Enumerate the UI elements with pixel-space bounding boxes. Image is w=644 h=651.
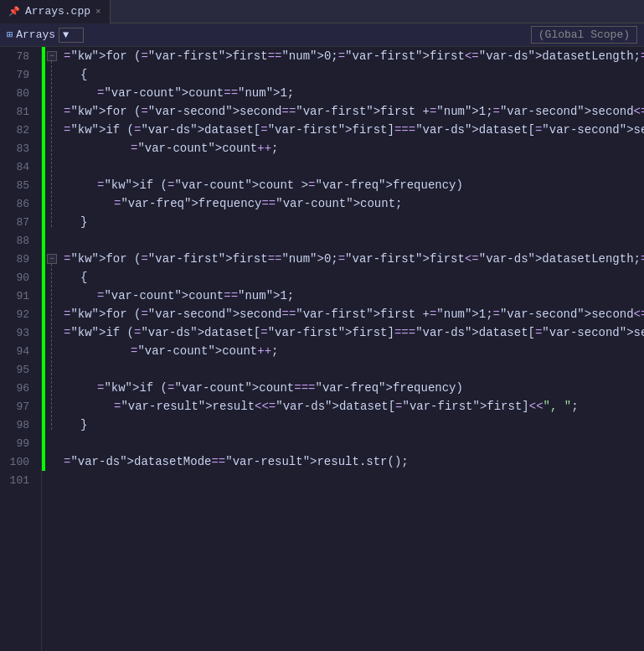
arrays-label: Arrays bbox=[16, 28, 55, 41]
collapse-button[interactable]: − bbox=[47, 51, 57, 61]
code-line: ="var-count">count = ="num">1; bbox=[64, 287, 644, 305]
code-line bbox=[64, 434, 644, 452]
scope-label: (Global Scope) bbox=[531, 26, 637, 44]
toolbar: ⊞ Arrays ▼ (Global Scope) bbox=[0, 23, 644, 47]
line-number: 84 bbox=[0, 158, 34, 176]
line-number: 83 bbox=[0, 139, 34, 158]
line-number: 95 bbox=[0, 360, 34, 379]
line-number: 79 bbox=[0, 65, 34, 84]
line-number: 90 bbox=[0, 268, 34, 287]
code-line: ="kw">if (="var-count">count == ="var-fr… bbox=[64, 379, 644, 397]
code-line: ="kw">for (="var-first">first = ="num">0… bbox=[64, 47, 644, 65]
code-line: ="var-count">count++; bbox=[64, 139, 644, 158]
line-number: 92 bbox=[0, 305, 34, 323]
tab-close-button[interactable]: × bbox=[95, 7, 101, 17]
code-line: } bbox=[64, 416, 644, 434]
line-number: 89 bbox=[0, 250, 34, 268]
line-number: 101 bbox=[0, 471, 34, 489]
tab-filename: Arrays.cpp bbox=[25, 5, 90, 18]
code-line: ="var-freq">frequency = ="var-count">cou… bbox=[64, 194, 644, 213]
collapse-dashed-line bbox=[51, 264, 52, 430]
line-number: 91 bbox=[0, 287, 34, 305]
code-line: ="var-ds">datasetMode = ="var-result">re… bbox=[64, 452, 644, 471]
line-number: 93 bbox=[0, 323, 34, 342]
line-number: 97 bbox=[0, 397, 34, 416]
code-line: ="kw">if (="var-ds">dataset[="var-first"… bbox=[64, 323, 644, 342]
code-area[interactable]: ="kw">for (="var-first">first = ="num">0… bbox=[60, 47, 644, 651]
code-line bbox=[64, 471, 644, 489]
code-line: { bbox=[64, 268, 644, 287]
collapse-bar: −− bbox=[45, 47, 60, 489]
code-container: 7879808182838485868788899091929394959697… bbox=[0, 47, 644, 651]
code-line: ="var-count">count++; bbox=[64, 342, 644, 360]
line-number: 86 bbox=[0, 194, 34, 213]
code-line bbox=[64, 231, 644, 250]
collapse-button[interactable]: − bbox=[47, 254, 57, 264]
code-line: ="var-result">result << ="var-ds">datase… bbox=[64, 397, 644, 416]
code-line: { bbox=[64, 65, 644, 84]
title-bar: 📌 Arrays.cpp × bbox=[0, 0, 644, 23]
file-tab[interactable]: 📌 Arrays.cpp × bbox=[0, 0, 111, 23]
line-number: 82 bbox=[0, 121, 34, 139]
line-number: 96 bbox=[0, 379, 34, 397]
code-line: ="kw">for (="var-second">second = ="var-… bbox=[64, 102, 644, 121]
line-number: 81 bbox=[0, 102, 34, 121]
line-numbers: 7879808182838485868788899091929394959697… bbox=[0, 47, 42, 651]
collapse-dashed-line bbox=[51, 61, 52, 227]
toolbar-left: ⊞ Arrays ▼ bbox=[7, 28, 528, 43]
line-number: 78 bbox=[0, 47, 34, 65]
code-line: ="kw">for (="var-second">second = ="var-… bbox=[64, 305, 644, 323]
line-number: 80 bbox=[0, 84, 34, 102]
line-number: 99 bbox=[0, 434, 34, 452]
scope-dropdown-arrow[interactable]: ▼ bbox=[59, 28, 84, 43]
code-line: ="var-count">count = ="num">1; bbox=[64, 84, 644, 102]
code-line: ="kw">if (="var-count">count > ="var-fre… bbox=[64, 176, 644, 194]
line-number: 94 bbox=[0, 342, 34, 360]
line-number: 88 bbox=[0, 231, 34, 250]
arrays-icon: ⊞ bbox=[7, 28, 13, 41]
line-number: 87 bbox=[0, 213, 34, 231]
code-line: ="kw">if (="var-ds">dataset[="var-first"… bbox=[64, 121, 644, 139]
line-number: 98 bbox=[0, 416, 34, 434]
code-line: } bbox=[64, 213, 644, 231]
line-number: 100 bbox=[0, 452, 34, 471]
code-line: ="kw">for (="var-first">first = ="num">0… bbox=[64, 250, 644, 268]
line-number: 85 bbox=[0, 176, 34, 194]
code-line bbox=[64, 360, 644, 379]
code-line bbox=[64, 158, 644, 176]
pin-icon: 📌 bbox=[8, 6, 20, 17]
